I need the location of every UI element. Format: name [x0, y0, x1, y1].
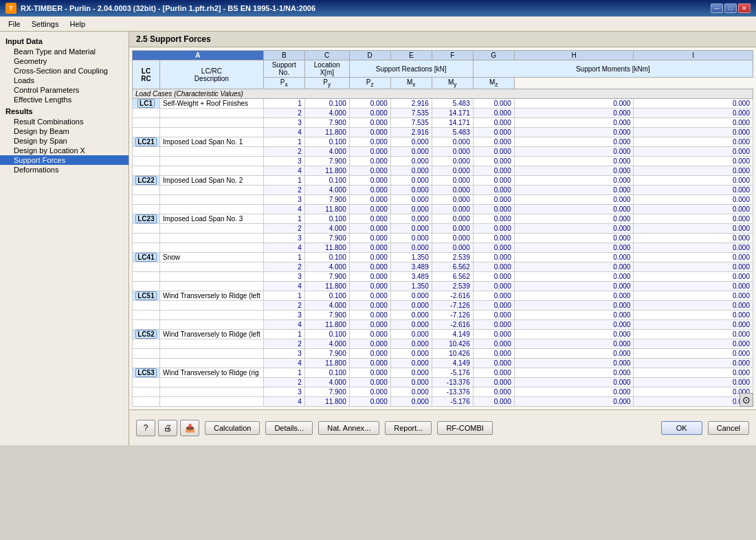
sidebar-item-support-forces[interactable]: Support Forces: [0, 155, 129, 165]
pz-cell: 0.000: [432, 147, 473, 157]
px-cell: 0.000: [349, 272, 390, 282]
pz-cell: 0.000: [432, 166, 473, 176]
scroll-indicator: ⊙: [740, 393, 753, 407]
sidebar-item-geometry[interactable]: Geometry: [0, 56, 129, 66]
px-header: Px: [263, 78, 304, 89]
cancel-button[interactable]: Cancel: [708, 421, 749, 435]
mx-cell: 0.000: [473, 359, 514, 368]
close-button[interactable]: ✕: [738, 3, 751, 13]
sidebar-item-design-by-location[interactable]: Design by Location X: [0, 146, 129, 155]
lc-cell: LC21: [133, 137, 160, 147]
support-cell: 1: [263, 330, 304, 339]
nat-annex-button[interactable]: Nat. Annex...: [318, 421, 379, 435]
x-cell: 7.900: [304, 311, 349, 320]
py-cell: 0.000: [390, 291, 432, 301]
rf-combi-button[interactable]: RF-COMBI: [437, 421, 492, 435]
support-cell: 2: [263, 224, 304, 234]
help-button[interactable]: ?: [136, 420, 155, 436]
mx-cell: 0.000: [473, 301, 514, 311]
my-cell: 0.000: [514, 339, 634, 349]
lc-rc-header: LCRC: [133, 60, 160, 89]
lc-cell: LC22: [133, 176, 160, 185]
sidebar-item-cross-section[interactable]: Cross-Section and Coupling: [0, 66, 129, 76]
sidebar-item-effective-lengths[interactable]: Effective Lengths: [0, 95, 129, 104]
sidebar-item-result-combinations[interactable]: Result Combinations: [0, 117, 129, 126]
table-scroll-area[interactable]: A B C D E F G H I LCRC LC/RCDescri: [129, 47, 756, 409]
desc-cell: Self-Weight + Roof Finishes: [160, 99, 264, 109]
mz-cell: 0.000: [634, 176, 753, 185]
support-cell: 3: [263, 387, 304, 397]
menu-settings[interactable]: Settings: [26, 19, 65, 30]
py-cell: 0.000: [390, 330, 432, 339]
maximize-button[interactable]: □: [724, 3, 737, 13]
py-cell: 0.000: [390, 195, 432, 205]
calculation-button[interactable]: Calculation: [205, 421, 260, 435]
desc-cell: Imposed Load Span No. 2: [160, 176, 264, 185]
mx-cell: 0.000: [473, 349, 514, 359]
lc-cell: [133, 320, 160, 330]
sidebar-item-loads[interactable]: Loads: [0, 76, 129, 85]
mz-cell: 0.000: [634, 349, 753, 359]
px-cell: 0.000: [349, 397, 390, 407]
lc-cell: [133, 118, 160, 128]
mx-cell: 0.000: [473, 243, 514, 253]
mx-cell: 0.000: [473, 137, 514, 147]
px-cell: 0.000: [349, 387, 390, 397]
py-cell: 0.000: [390, 185, 432, 195]
ok-button[interactable]: OK: [661, 421, 702, 435]
mz-cell: 0.000: [634, 137, 753, 147]
py-cell: 0.000: [390, 397, 432, 407]
pz-cell: -7.126: [432, 311, 473, 320]
desc-cell: [160, 282, 264, 291]
mz-cell: 0.000: [634, 166, 753, 176]
scroll-icon[interactable]: ⊙: [740, 393, 753, 407]
px-cell: 0.000: [349, 224, 390, 234]
sidebar-item-beam-type[interactable]: Beam Type and Material: [0, 47, 129, 56]
px-cell: 0.000: [349, 118, 390, 128]
sidebar-item-design-by-span[interactable]: Design by Span: [0, 136, 129, 146]
col-header-a: A: [133, 51, 264, 60]
x-cell: 0.100: [304, 99, 349, 109]
x-cell: 4.000: [304, 185, 349, 195]
support-cell: 4: [263, 243, 304, 253]
sidebar-item-deformations[interactable]: Deformations: [0, 165, 129, 175]
export-button[interactable]: 📤: [180, 420, 199, 436]
lc-cell: [133, 349, 160, 359]
bottom-left-buttons: ? 🖨 📤: [136, 420, 199, 436]
x-cell: 0.100: [304, 137, 349, 147]
lc-cell: [133, 234, 160, 243]
details-button[interactable]: Details...: [265, 421, 313, 435]
my-cell: 0.000: [514, 147, 634, 157]
pz-cell: 2.539: [432, 253, 473, 262]
my-cell: 0.000: [514, 291, 634, 301]
my-cell: 0.000: [514, 378, 634, 387]
menu-help[interactable]: Help: [64, 19, 91, 30]
sidebar-item-control-params[interactable]: Control Parameters: [0, 85, 129, 95]
lc-cell: LC53: [133, 368, 160, 378]
lc-cell: [133, 282, 160, 291]
py-cell: 0.000: [390, 378, 432, 387]
print-button[interactable]: 🖨: [158, 420, 177, 436]
minimize-button[interactable]: ─: [711, 3, 723, 13]
menu-file[interactable]: File: [3, 19, 26, 30]
lc-cell: [133, 224, 160, 234]
px-cell: 0.000: [349, 137, 390, 147]
x-cell: 7.900: [304, 349, 349, 359]
lc-cell: [133, 387, 160, 397]
my-cell: 0.000: [514, 205, 634, 214]
mz-cell: 0.000: [634, 157, 753, 166]
mx-cell: 0.000: [473, 320, 514, 330]
x-cell: 7.900: [304, 234, 349, 243]
report-button[interactable]: Report...: [385, 421, 432, 435]
sidebar: Input Data Beam Type and Material Geomet…: [0, 32, 129, 445]
pz-cell: -5.176: [432, 368, 473, 378]
support-cell: 1: [263, 137, 304, 147]
py-cell: 3.489: [390, 272, 432, 282]
support-cell: 2: [263, 339, 304, 349]
lc-cell: [133, 109, 160, 118]
x-cell: 11.800: [304, 128, 349, 137]
menu-bar: File Settings Help: [0, 16, 756, 32]
sidebar-item-design-by-beam[interactable]: Design by Beam: [0, 126, 129, 136]
my-cell: 0.000: [514, 282, 634, 291]
lc-cell: [133, 195, 160, 205]
